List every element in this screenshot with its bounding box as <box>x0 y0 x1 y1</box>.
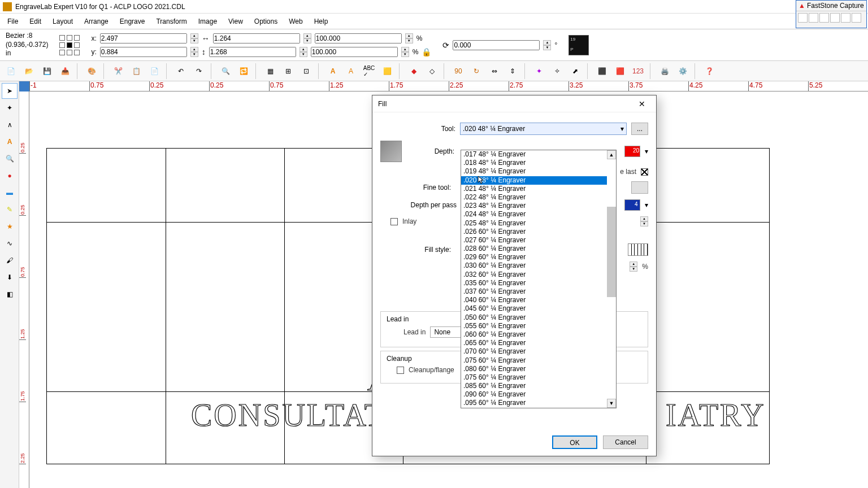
menu-web[interactable]: Web <box>284 16 307 27</box>
tool-option[interactable]: .023 48° ¼ Engraver <box>461 202 607 210</box>
inlay-spinner[interactable]: ▲▼ <box>640 216 648 226</box>
menu-view[interactable]: View <box>224 16 248 27</box>
tool-option[interactable]: .095 60° ¼ Engraver <box>461 399 607 407</box>
tool-option[interactable]: .045 60° ¼ Engraver <box>461 304 607 313</box>
anchor-grid[interactable] <box>59 35 80 55</box>
redo-icon[interactable]: ↷ <box>191 63 207 79</box>
menu-arrange[interactable]: Arrange <box>80 16 113 27</box>
flip-v-icon[interactable]: ⇕ <box>505 63 520 79</box>
tool-option[interactable]: .032 60° ¼ Engraver <box>461 271 607 279</box>
ungroup-icon[interactable]: 🟥 <box>612 63 628 79</box>
sx-spinner[interactable]: ▲▼ <box>405 33 413 43</box>
tool-option[interactable]: .075 60° ¼ Engraver <box>461 373 607 382</box>
snap-icon[interactable]: ⊞ <box>280 63 296 79</box>
tool-option[interactable]: .080 60° ¼ Engraver <box>461 365 607 373</box>
tool-option[interactable]: .037 60° ¼ Engraver <box>461 287 607 296</box>
tool-option[interactable]: .029 60° ¼ Engraver <box>461 253 607 262</box>
fs-btn-5[interactable] <box>841 13 850 23</box>
center-icon[interactable]: ⊡ <box>298 63 314 79</box>
tool-option[interactable]: .020 48° ¼ Engraver <box>461 176 607 185</box>
flip-h-icon[interactable]: ⇔ <box>487 63 502 79</box>
curve-tool-icon[interactable]: ∿ <box>2 236 18 251</box>
h-input[interactable] <box>209 47 296 57</box>
cut-icon[interactable]: ✂️ <box>110 63 126 79</box>
rotate-cw-icon[interactable]: ↻ <box>468 63 484 79</box>
spellcheck-icon[interactable]: ABC✓ <box>361 63 377 79</box>
rect-tool-icon[interactable]: ▬ <box>2 185 18 201</box>
menu-engrave[interactable]: Engrave <box>115 16 150 27</box>
tool-option[interactable]: .027 60° ¼ Engraver <box>461 236 607 245</box>
compass-tool-icon[interactable]: ✦ <box>2 100 18 116</box>
tool-option[interactable]: .030 60° ¼ Engraver <box>461 262 607 270</box>
tool-option[interactable]: .055 60° ¼ Engraver <box>461 322 607 330</box>
tool-option[interactable]: .090 60° ¼ Engraver <box>461 390 607 399</box>
w-spinner[interactable]: ▲▼ <box>303 33 311 43</box>
faststone-capture[interactable]: ▲FastStone Capture <box>796 0 867 28</box>
fill-style-preview[interactable] <box>628 243 648 256</box>
fill-icon[interactable]: ◆ <box>406 63 422 79</box>
cursor-icon[interactable]: ⬈ <box>567 63 583 79</box>
tool-select[interactable]: .020 48° ¼ Engraver▾ <box>460 123 627 135</box>
inlay-checkbox[interactable] <box>390 218 398 225</box>
fs-btn-4[interactable] <box>830 13 840 23</box>
tool-option[interactable]: .024 48° ¼ Engraver <box>461 210 607 219</box>
rotate90-icon[interactable]: 90 <box>450 63 466 79</box>
tool-option[interactable]: .035 60° ¼ Engraver <box>461 279 607 287</box>
tool-option[interactable]: .019 48° ¼ Engraver <box>461 167 607 176</box>
replace-icon[interactable]: 🔁 <box>236 63 251 79</box>
fs-btn-3[interactable] <box>819 13 829 23</box>
depth-pass-swatch[interactable]: 4 <box>624 199 640 211</box>
shape-tool-icon[interactable]: ● <box>2 168 18 184</box>
align-icon[interactable]: 123 <box>630 63 646 79</box>
scroll-up-icon[interactable]: ▲ <box>607 150 616 159</box>
import-icon[interactable]: 📥 <box>57 63 73 79</box>
lock-icon[interactable]: 🔒 <box>422 47 431 56</box>
menu-image[interactable]: Image <box>194 16 222 27</box>
tool-option[interactable]: .040 60° ¼ Engraver <box>461 296 607 304</box>
measure-tool-icon[interactable]: ∧ <box>2 117 18 133</box>
menu-file[interactable]: File <box>3 16 23 27</box>
copy-icon[interactable]: 📋 <box>128 63 144 79</box>
y-input[interactable] <box>100 47 187 57</box>
use-last-checkbox[interactable] <box>641 168 648 176</box>
h-spinner[interactable]: ▲▼ <box>300 47 307 57</box>
ruler-origin[interactable] <box>19 81 29 91</box>
menu-layout[interactable]: Layout <box>48 16 77 27</box>
menu-transform[interactable]: Transform <box>151 16 191 27</box>
depth-swatch[interactable]: 20 <box>624 146 640 157</box>
sy-spinner[interactable]: ▲▼ <box>401 47 409 57</box>
menu-edit[interactable]: Edit <box>25 16 46 27</box>
tool-browse-button[interactable]: ... <box>631 123 648 135</box>
rot-spinner[interactable]: ▲▼ <box>543 40 551 50</box>
erase-tool-icon[interactable]: ◧ <box>2 286 18 302</box>
fs-btn-2[interactable] <box>809 13 818 23</box>
chevron-down-icon[interactable]: ▾ <box>645 147 648 155</box>
w-input[interactable] <box>213 33 300 43</box>
text-outline-icon[interactable]: A <box>343 63 359 79</box>
find-icon[interactable]: 🔍 <box>218 63 233 79</box>
tool-dropdown[interactable]: .017 48° ¼ Engraver.018 48° ¼ Engraver.0… <box>461 150 617 408</box>
tool-option[interactable]: .065 60° ¼ Engraver <box>461 339 607 347</box>
menu-options[interactable]: Options <box>250 16 282 27</box>
rot-input[interactable] <box>453 40 540 50</box>
sy-input[interactable] <box>311 47 398 57</box>
y-spinner[interactable]: ▲▼ <box>190 47 198 57</box>
node2-icon[interactable]: ✧ <box>549 63 565 79</box>
brush-tool-icon[interactable]: 🖌 <box>2 252 18 268</box>
select-tool-icon[interactable]: ➤ <box>2 83 18 99</box>
text-tool-icon[interactable]: A <box>2 134 18 150</box>
ok-button[interactable]: OK <box>552 435 597 449</box>
chevron-down-icon[interactable]: ▾ <box>645 201 648 209</box>
tool-option[interactable]: .028 60° ¼ Engraver <box>461 245 607 253</box>
engrave-tool-icon[interactable]: ⬇ <box>2 269 18 285</box>
pen-tool-icon[interactable]: ✎ <box>2 202 18 217</box>
tool-option[interactable]: .017 48° ¼ Engraver <box>461 150 607 159</box>
scrollbar-thumb[interactable] <box>607 207 616 297</box>
tool-option[interactable]: .022 48° ¼ Engraver <box>461 193 607 202</box>
tool-option[interactable]: .018 48° ¼ Engraver <box>461 159 607 167</box>
menu-help[interactable]: Help <box>310 16 333 27</box>
scroll-down-icon[interactable]: ▼ <box>607 399 616 408</box>
tool-option[interactable]: .050 60° ¼ Engraver <box>461 313 607 322</box>
output-icon[interactable]: 🖨️ <box>657 63 672 79</box>
save-icon[interactable]: 💾 <box>39 63 55 79</box>
